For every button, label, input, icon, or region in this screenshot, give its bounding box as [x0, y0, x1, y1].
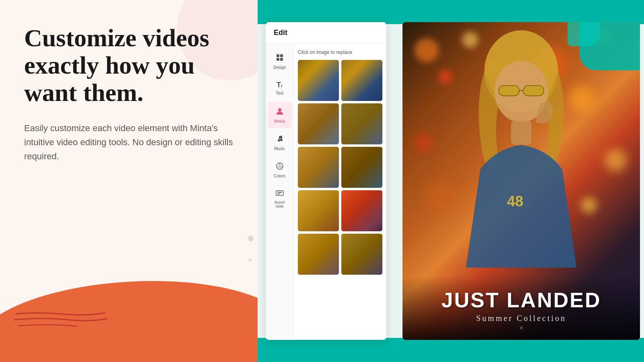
svg-rect-0 [277, 54, 279, 57]
sub-text: Easily customize each video element with… [24, 121, 250, 164]
deco-dot [248, 236, 254, 241]
sidebar-item-brand-slide[interactable]: BrandSlide [268, 185, 292, 213]
svg-rect-41 [298, 234, 339, 275]
svg-point-21 [311, 109, 325, 124]
design-icon [276, 53, 284, 64]
svg-point-4 [278, 108, 281, 111]
edit-panel: Edit Design Tr [266, 22, 386, 340]
sidebar-item-text[interactable]: Tr Text [268, 76, 292, 100]
just-landed-text: JUST LANDED [411, 288, 632, 312]
svg-point-27 [312, 152, 326, 169]
photo-item-4[interactable] [341, 103, 382, 144]
svg-point-24 [355, 107, 369, 122]
text-icon: Tr [277, 81, 283, 89]
photo-item-2[interactable] [341, 60, 382, 101]
summer-collection-text: Summer Collection [411, 314, 632, 323]
svg-point-45 [355, 239, 369, 255]
music-icon [276, 135, 284, 145]
svg-point-29 [355, 152, 369, 167]
close-button[interactable]: × [411, 325, 632, 332]
photo-placeholder-5 [298, 147, 339, 188]
svg-rect-17 [341, 60, 382, 101]
sidebar-brand-slide-label: BrandSlide [275, 200, 284, 208]
left-section: Customize videos exactly how you want th… [0, 0, 274, 362]
video-background: 48 JUST LANDED Summer Collection × [402, 22, 640, 340]
svg-point-32 [324, 194, 329, 199]
photo-placeholder-3 [298, 103, 339, 144]
sidebar-item-design[interactable]: Design [268, 49, 292, 74]
svg-point-7 [278, 165, 281, 168]
photo-item-7[interactable] [298, 190, 339, 231]
deco-brush-lines [8, 306, 109, 338]
svg-rect-1 [280, 54, 283, 57]
photo-grid [298, 60, 382, 275]
photo-placeholder-9 [298, 234, 339, 275]
photo-item-10[interactable] [341, 234, 382, 275]
svg-point-22 [311, 116, 322, 122]
photo-item-6[interactable] [341, 147, 382, 188]
svg-rect-13 [277, 193, 281, 194]
svg-point-8 [279, 163, 280, 165]
left-content: Customize videos exactly how you want th… [0, 0, 274, 163]
main-heading: Customize videos exactly how you want th… [24, 24, 250, 107]
svg-rect-26 [298, 147, 339, 188]
svg-rect-35 [341, 190, 382, 231]
sidebar-media-label: Media [274, 119, 285, 123]
sidebar-item-colors[interactable]: Colors [268, 157, 292, 183]
svg-rect-44 [341, 234, 382, 275]
svg-rect-49 [523, 86, 544, 96]
teal-brush-stroke [320, 0, 445, 24]
svg-point-38 [363, 214, 368, 219]
svg-point-9 [281, 167, 282, 168]
photo-item-9[interactable] [298, 234, 339, 275]
svg-rect-20 [298, 103, 339, 144]
svg-point-16 [312, 73, 321, 80]
brand-slide-icon [276, 189, 284, 199]
svg-rect-14 [298, 60, 339, 101]
photo-placeholder-8 [341, 190, 382, 231]
svg-rect-48 [499, 86, 519, 96]
svg-rect-2 [277, 58, 279, 61]
media-content: Click on image to replace [294, 44, 386, 339]
svg-point-37 [368, 195, 376, 202]
photo-placeholder-2 [341, 60, 382, 101]
photo-placeholder-7 [298, 190, 339, 231]
sidebar-colors-label: Colors [274, 174, 285, 178]
photo-item-1[interactable] [298, 60, 339, 101]
svg-rect-52 [511, 120, 532, 145]
sidebar-item-music[interactable]: Music [268, 130, 292, 156]
svg-point-5 [280, 139, 283, 141]
click-hint: Click on image to replace [298, 48, 382, 57]
photo-placeholder-6 [341, 147, 382, 188]
svg-rect-23 [341, 103, 382, 144]
video-text-overlay: JUST LANDED Summer Collection × [402, 276, 640, 340]
svg-line-25 [362, 107, 368, 113]
teal-bottom-bar [258, 338, 644, 362]
svg-rect-19 [356, 74, 368, 78]
photo-placeholder-4 [341, 103, 382, 144]
photo-item-5[interactable] [298, 147, 339, 188]
svg-point-18 [355, 65, 369, 80]
photo-placeholder-10 [341, 234, 382, 275]
deco-dot [248, 258, 252, 261]
svg-point-39 [350, 216, 357, 222]
svg-point-34 [312, 197, 325, 212]
svg-point-31 [307, 195, 313, 202]
sidebar-icons: Design Tr Text Media [266, 44, 294, 339]
svg-point-33 [326, 207, 334, 215]
svg-point-10 [277, 167, 278, 168]
svg-point-15 [311, 66, 326, 82]
photo-item-3[interactable] [298, 103, 339, 144]
edit-panel-body: Design Tr Text Media [266, 44, 386, 339]
right-section: Edit Design Tr [258, 0, 644, 362]
video-preview-panel: 48 JUST LANDED Summer Collection × [402, 22, 640, 340]
sidebar-design-label: Design [273, 65, 286, 70]
photo-item-8[interactable] [341, 190, 382, 231]
svg-rect-12 [277, 192, 282, 193]
sidebar-item-media[interactable]: Media [268, 102, 292, 128]
svg-point-43 [310, 247, 322, 253]
svg-text:48: 48 [507, 193, 523, 210]
sidebar-text-label: Text [276, 91, 283, 95]
teal-top-bar [258, 0, 644, 24]
svg-point-42 [310, 238, 327, 258]
